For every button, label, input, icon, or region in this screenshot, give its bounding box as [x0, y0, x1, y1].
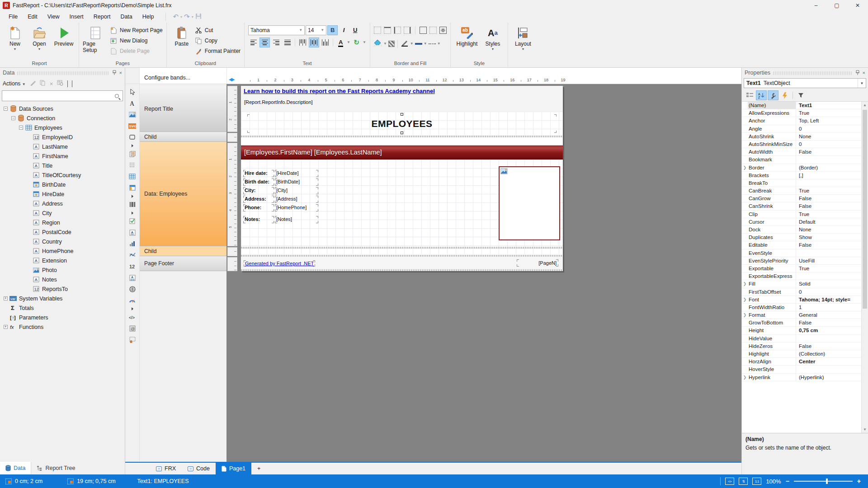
expand-property-icon[interactable]: ❯: [742, 311, 748, 319]
property-value[interactable]: Default: [796, 218, 861, 225]
child-band-area-2[interactable]: [241, 249, 563, 255]
italic-button[interactable]: I: [339, 25, 349, 35]
tree-item-title[interactable]: −ATitle: [0, 161, 125, 170]
tool-barcode-icon[interactable]: [127, 199, 138, 210]
property-row-breakto[interactable]: BreakTo: [742, 179, 861, 187]
doc-tab-+[interactable]: +: [251, 463, 266, 474]
font-size-dropdown-icon[interactable]: ▼: [319, 28, 324, 32]
border-none-icon[interactable]: [429, 27, 437, 34]
property-row-cursor[interactable]: CursorDefault: [742, 218, 861, 226]
field-label[interactable]: Notes:: [243, 216, 274, 223]
preview-button[interactable]: Preview: [52, 24, 75, 47]
cut-button[interactable]: Cut: [195, 26, 241, 35]
tool-shape-icon[interactable]: [127, 132, 138, 142]
property-row-duplicates[interactable]: DuplicatesShow: [742, 234, 861, 241]
fit-width-icon[interactable]: <>: [725, 478, 734, 485]
property-row-allowexpressions[interactable]: AllowExpressionsTrue: [742, 109, 861, 117]
delete-item-icon[interactable]: ×: [50, 80, 53, 87]
line-style-icon[interactable]: [429, 43, 436, 44]
events-view-icon[interactable]: [779, 90, 790, 100]
report-title-grid-area[interactable]: EMPLOYEES: [241, 112, 563, 136]
selection-handle-bottom[interactable]: [401, 131, 403, 134]
filter-icon[interactable]: [795, 90, 806, 100]
menu-file[interactable]: File: [4, 12, 23, 22]
tool-picture-icon[interactable]: [127, 109, 138, 120]
tool-certificate-icon[interactable]: [127, 334, 138, 345]
scroll-down-icon[interactable]: ▼: [862, 426, 868, 433]
tree-item-system-variables[interactable]: +varSystem Variables: [0, 294, 125, 303]
property-value[interactable]: False: [796, 148, 861, 155]
rotate-dropdown-icon[interactable]: ▼: [363, 40, 366, 44]
field-label[interactable]: Birth date:: [243, 178, 274, 186]
tool-subreport-icon[interactable]: [127, 149, 138, 159]
fill-pattern-icon[interactable]: [388, 41, 395, 47]
property-row-highlight[interactable]: Highlight(Collection): [742, 350, 861, 358]
property-row-border[interactable]: ❯Border(Border): [742, 164, 861, 172]
property-row-format[interactable]: ❯FormatGeneral: [742, 311, 861, 319]
band-page-footer[interactable]: Page Footer: [140, 256, 226, 271]
property-value[interactable]: [796, 179, 861, 187]
photo-picture-object[interactable]: [499, 166, 560, 240]
view-data-icon[interactable]: [57, 80, 63, 87]
fill-color-dropdown-icon[interactable]: ▼: [383, 42, 387, 46]
tool-sparkline-icon[interactable]: [127, 250, 138, 260]
property-row-hyperlink[interactable]: ❯Hyperlink(Hyperlink): [742, 374, 861, 381]
tool-map-icon[interactable]: [127, 284, 138, 294]
new-button[interactable]: ✱ New▼: [4, 24, 26, 51]
zoom-slider[interactable]: [794, 481, 853, 482]
property-value[interactable]: UseFill: [796, 257, 861, 264]
employee-name-field[interactable]: [Employees.FirstName] [Employees.LastNam…: [241, 149, 382, 156]
undo-icon[interactable]: ↶: [172, 13, 180, 21]
tree-item-region[interactable]: −ARegion: [0, 218, 125, 227]
property-row-fontwidthratio[interactable]: FontWidthRatio1: [742, 304, 861, 311]
line-width-icon[interactable]: [415, 43, 422, 45]
design-canvas[interactable]: 1212345 Learn how to build this report o…: [226, 84, 741, 462]
copy-item-icon[interactable]: [40, 80, 46, 87]
data-header-band[interactable]: [Employees.FirstName] [Employees.LastNam…: [241, 145, 563, 160]
band-child[interactable]: Child: [140, 132, 226, 142]
property-value[interactable]: (Border): [796, 164, 861, 171]
property-value[interactable]: Text1: [796, 102, 861, 109]
page-setup-button[interactable]: Page Setup: [83, 24, 108, 53]
new-dropdown-icon[interactable]: ▼: [14, 47, 17, 51]
page-footer-band[interactable]: Generated by FastReport .NET [PageN]: [241, 257, 563, 270]
line-color-dropdown-icon[interactable]: ▼: [410, 42, 414, 46]
property-value[interactable]: [796, 366, 861, 373]
menu-insert[interactable]: Insert: [65, 12, 89, 22]
band-report-title[interactable]: Report Title: [140, 86, 226, 132]
data-search-input[interactable]: [2, 90, 123, 101]
property-value[interactable]: [,]: [796, 172, 861, 179]
tool-chart-icon[interactable]: [127, 239, 138, 249]
more-arrow-icon[interactable]: [127, 194, 138, 198]
copy-button[interactable]: Copy: [195, 36, 241, 45]
border-left-icon[interactable]: [394, 27, 401, 34]
rotate-text-icon[interactable]: ↻: [351, 38, 362, 47]
field-value[interactable]: [HireDate]: [275, 170, 318, 177]
expand-property-icon[interactable]: ❯: [742, 296, 748, 303]
redo-dropdown-icon[interactable]: ▾: [192, 15, 193, 19]
close-panel-icon[interactable]: ×: [119, 70, 122, 75]
panel-tab-report-tree[interactable]: Report Tree: [31, 462, 80, 474]
tool-pagenum-icon[interactable]: 12: [127, 261, 138, 272]
collapse-icon[interactable]: −: [4, 107, 8, 111]
close-panel-icon[interactable]: ×: [863, 70, 865, 75]
layout-dropdown-icon[interactable]: ▼: [521, 47, 524, 51]
property-row-autowidth[interactable]: AutoWidthFalse: [742, 148, 861, 156]
tree-item-functions[interactable]: +fxFunctions: [0, 322, 125, 332]
object-selector-combo[interactable]: Text1 TextObject ▼: [744, 78, 866, 88]
property-row-hidezeros[interactable]: HideZerosFalse: [742, 343, 861, 350]
property-value[interactable]: False: [796, 241, 861, 249]
property-row-editable[interactable]: EditableFalse: [742, 241, 861, 249]
property-row-cangrow[interactable]: CanGrowFalse: [742, 195, 861, 202]
border-top-icon[interactable]: [384, 27, 391, 34]
property-value[interactable]: (Hyperlink): [796, 374, 861, 381]
property-value[interactable]: [796, 156, 861, 163]
field-value[interactable]: [HomePhone]: [275, 204, 318, 211]
expand-property-icon[interactable]: ❯: [742, 374, 748, 381]
actions-dropdown[interactable]: Actions ▼: [3, 80, 26, 87]
more-arrow-icon[interactable]: [127, 306, 138, 311]
edit-item-icon[interactable]: [30, 80, 36, 87]
scrollbar-thumb[interactable]: [863, 110, 867, 309]
align-justify-icon[interactable]: [282, 38, 292, 47]
property-value[interactable]: Center: [796, 358, 861, 365]
